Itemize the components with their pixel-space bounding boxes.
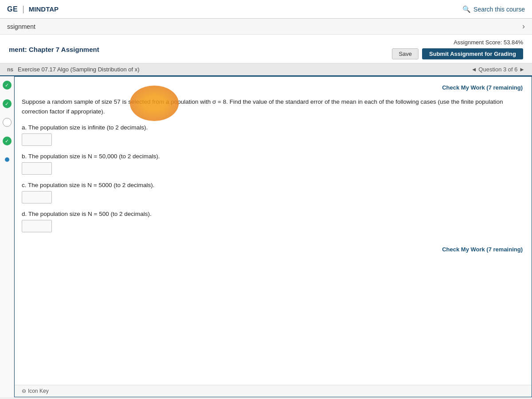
brand-label: GE (7, 5, 18, 13)
answer-input-d[interactable] (22, 220, 52, 232)
exercise-bar: ns Exercise 07.17 Algo (Sampling Distrib… (0, 63, 532, 76)
icon-key-arrow: ⊖ (22, 388, 26, 394)
icon-key-bar: ⊖ Icon Key (15, 385, 532, 397)
sidebar-icon-1: ✓ (3, 81, 12, 90)
search-label: Search this course (473, 6, 525, 13)
save-button[interactable]: Save (392, 48, 419, 59)
exercise-question-nav[interactable]: ◄ Question 3 of 6 ► (471, 66, 525, 73)
answer-input-b[interactable] (22, 162, 52, 175)
submit-assignment-button[interactable]: Submit Assignment for Grading (422, 48, 523, 59)
check-my-work-top: Check My Work (7 remaining) (22, 84, 523, 91)
top-bar-left: GE | MINDTAP (7, 4, 59, 14)
sub-question-a: a. The population size is infinite (to 2… (22, 124, 523, 146)
sub-question-d: d. The population size is N = 500 (to 2 … (22, 211, 523, 232)
top-bar: GE | MINDTAP 🔍 Search this course (0, 0, 532, 19)
sidebar-icon-4: ✓ (3, 137, 12, 145)
answer-input-a[interactable] (22, 133, 52, 146)
sidebar-icon-2: ✓ (3, 99, 12, 108)
answer-input-c[interactable] (22, 191, 52, 203)
sub-header-collapse-arrow[interactable]: › (522, 22, 525, 31)
check-my-work-top-link[interactable]: Check My Work (7 remaining) (442, 84, 523, 91)
sub-question-a-label: a. The population size is infinite (to 2… (22, 124, 523, 131)
blue-dot-icon (5, 157, 9, 162)
check-my-work-bottom-link[interactable]: Check My Work (7 remaining) (442, 246, 523, 253)
assignment-header-right: Assignment Score: 53.84% Save Submit Ass… (392, 39, 523, 59)
sub-question-c: c. The population size is N = 5000 (to 2… (22, 182, 523, 203)
sub-question-b: b. The population size is N = 50,000 (to… (22, 153, 523, 175)
search-bar[interactable]: 🔍 Search this course (462, 5, 525, 13)
exercise-title: Exercise 07.17 Algo (Sampling Distributi… (18, 66, 140, 73)
assignment-header: ment: Chapter 7 Assignment Assignment Sc… (0, 35, 532, 63)
assignment-score: Assignment Score: 53.84% (454, 39, 523, 46)
assignment-actions: Save Submit Assignment for Grading (392, 48, 523, 59)
sub-header: ssignment › (0, 19, 532, 35)
content-panel: Check My Work (7 remaining) Suppose a ra… (14, 76, 532, 397)
check-my-work-bottom: Check My Work (7 remaining) (22, 246, 523, 253)
brand-divider: | (22, 4, 24, 14)
exercise-left: ns Exercise 07.17 Algo (Sampling Distrib… (7, 66, 140, 73)
search-icon: 🔍 (462, 5, 471, 13)
sidebar-icon-5 (3, 155, 12, 164)
assignment-title: ment: Chapter 7 Assignment (9, 46, 99, 53)
sub-question-b-label: b. The population size is N = 50,000 (to… (22, 153, 523, 160)
sidebar-icons: ✓ ✓ ✓ (0, 76, 14, 397)
question-text: Suppose a random sample of size 57 is se… (22, 97, 523, 116)
sub-question-d-label: d. The population size is N = 500 (to 2 … (22, 211, 523, 217)
exercise-ns-label: ns (7, 66, 13, 73)
icon-key-label: Icon Key (28, 388, 49, 394)
sub-header-title: ssignment (7, 23, 35, 30)
sub-question-c-label: c. The population size is N = 5000 (to 2… (22, 182, 523, 188)
icon-key-toggle[interactable]: ⊖ Icon Key (22, 388, 49, 394)
sidebar-icon-3 (3, 118, 12, 127)
main-content: ✓ ✓ ✓ Check My Work (7 remaining) Suppos… (0, 76, 532, 397)
app-label: MINDTAP (29, 5, 59, 13)
